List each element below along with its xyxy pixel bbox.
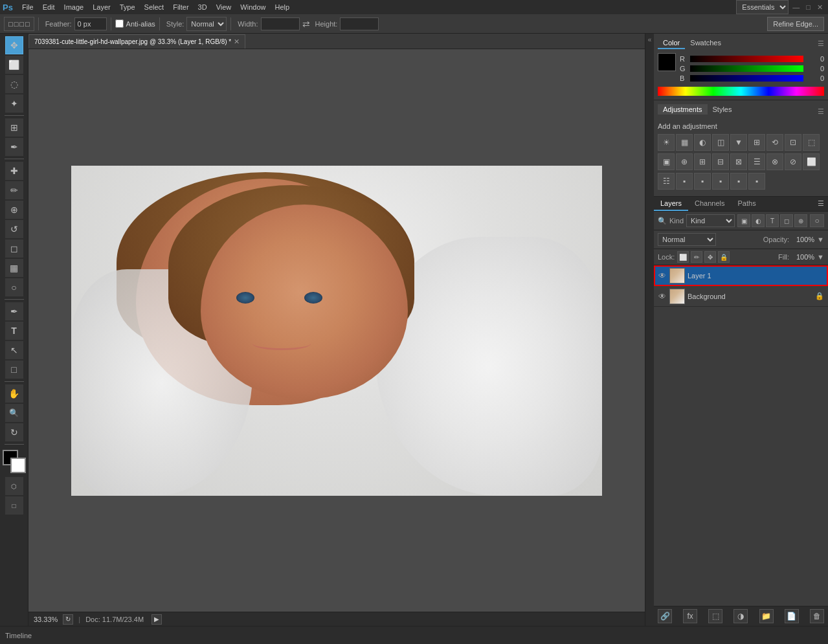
panel-expand-icon[interactable]: « bbox=[648, 36, 652, 43]
filter-adj-icon[interactable]: ◐ bbox=[752, 214, 765, 227]
color-spectrum[interactable] bbox=[658, 87, 824, 96]
history-brush-tool[interactable]: ↺ bbox=[5, 220, 23, 238]
menu-3d[interactable]: 3D bbox=[194, 2, 211, 12]
adj-vibrance[interactable]: ▼ bbox=[730, 134, 747, 151]
menu-filter[interactable]: Filter bbox=[169, 2, 192, 12]
adj-extra2[interactable]: ▪ bbox=[694, 173, 711, 190]
adj-solid-color[interactable]: ⊘ bbox=[785, 153, 801, 170]
adj-brightness[interactable]: ☀ bbox=[658, 134, 675, 151]
filter-smart-icon[interactable]: ⊕ bbox=[794, 214, 807, 227]
red-slider[interactable] bbox=[690, 56, 803, 62]
layer-item-background[interactable]: 👁 Background 🔒 bbox=[654, 286, 828, 307]
menu-help[interactable]: Help bbox=[271, 2, 293, 12]
gradient-tool[interactable]: ▦ bbox=[5, 259, 23, 277]
height-input[interactable] bbox=[340, 17, 379, 30]
tab-styles[interactable]: Styles bbox=[708, 104, 737, 115]
adj-posterize[interactable]: ⊟ bbox=[712, 153, 729, 170]
eraser-tool[interactable]: ◻ bbox=[5, 239, 23, 258]
blue-slider[interactable] bbox=[690, 75, 803, 82]
adj-channel-mixer[interactable]: ▣ bbox=[658, 153, 675, 170]
adj-curves[interactable]: ◐ bbox=[694, 134, 711, 151]
tab-layers[interactable]: Layers bbox=[654, 197, 688, 211]
feather-input[interactable] bbox=[74, 17, 107, 30]
color-swatch[interactable] bbox=[658, 53, 676, 71]
shape-tool[interactable]: □ bbox=[5, 361, 23, 379]
layers-panel-menu-btn[interactable]: ☰ bbox=[814, 197, 828, 211]
document-tab[interactable]: 7039381-cute-little-girl-hd-wallpaper.jp… bbox=[28, 34, 245, 49]
crop-tool[interactable]: ⊞ bbox=[5, 118, 23, 137]
tab-adjustments[interactable]: Adjustments bbox=[658, 104, 708, 115]
menu-edit[interactable]: Edit bbox=[39, 2, 59, 12]
tab-close-btn[interactable]: ✕ bbox=[234, 38, 240, 46]
fill-arrow[interactable]: ▼ bbox=[817, 253, 824, 261]
tab-channels[interactable]: Channels bbox=[688, 197, 731, 211]
background-color[interactable] bbox=[10, 458, 26, 473]
clone-tool[interactable]: ⊕ bbox=[5, 201, 23, 219]
status-refresh-btn[interactable]: ↻ bbox=[63, 614, 73, 625]
tab-color[interactable]: Color bbox=[658, 38, 685, 49]
menu-select[interactable]: Select bbox=[140, 2, 168, 12]
status-arrow-btn[interactable]: ▶ bbox=[151, 614, 162, 625]
swap-dimensions-icon[interactable]: ⇄ bbox=[302, 19, 310, 29]
layer-item-layer1[interactable]: 👁 Layer 1 bbox=[654, 265, 828, 286]
adj-extra4[interactable]: ▪ bbox=[730, 173, 747, 190]
quick-select-tool[interactable]: ✦ bbox=[5, 94, 23, 113]
rotate-view-tool[interactable]: ↻ bbox=[5, 423, 23, 441]
adj-photo-filter[interactable]: ⬚ bbox=[803, 134, 820, 151]
refine-edge-button[interactable]: Refine Edge... bbox=[767, 17, 824, 31]
adj-colorbal[interactable]: ⟲ bbox=[766, 134, 783, 151]
adj-exposure[interactable]: ◫ bbox=[712, 134, 729, 151]
tab-swatches[interactable]: Swatches bbox=[685, 38, 726, 49]
canvas-container[interactable] bbox=[28, 49, 645, 612]
adj-extra1[interactable]: ▪ bbox=[676, 173, 693, 190]
bg-visibility-toggle[interactable]: 👁 bbox=[658, 292, 667, 301]
opacity-value[interactable]: 100% bbox=[792, 236, 814, 243]
lock-transparent-btn[interactable]: ⬜ bbox=[677, 251, 689, 263]
lock-all-btn[interactable]: 🔒 bbox=[718, 251, 730, 263]
green-slider[interactable] bbox=[690, 65, 803, 72]
adj-panel-menu[interactable]: ☰ bbox=[818, 107, 824, 116]
adj-extra3[interactable]: ▪ bbox=[712, 173, 729, 190]
pen-tool[interactable]: ✒ bbox=[5, 302, 23, 320]
adj-bw[interactable]: ⊡ bbox=[785, 134, 801, 151]
quick-mask-btn[interactable]: ⬡ bbox=[5, 477, 23, 495]
menu-image[interactable]: Image bbox=[60, 2, 88, 12]
filter-pixel-icon[interactable]: ▣ bbox=[737, 214, 750, 227]
lasso-tool[interactable]: ◌ bbox=[5, 75, 23, 93]
marquee-tool[interactable]: ⬜ bbox=[5, 56, 23, 74]
new-group-btn[interactable]: 📁 bbox=[759, 609, 774, 623]
link-layers-btn[interactable]: 🔗 bbox=[658, 609, 672, 623]
workspace-select[interactable]: Essentials bbox=[736, 0, 789, 14]
adj-hsl[interactable]: ⊞ bbox=[748, 134, 765, 151]
adj-extra5[interactable]: ▪ bbox=[748, 173, 765, 190]
hand-tool[interactable]: ✋ bbox=[5, 384, 23, 403]
adj-pattern[interactable]: ⬜ bbox=[803, 153, 820, 170]
menu-view[interactable]: View bbox=[212, 2, 236, 12]
lock-position-btn[interactable]: ✥ bbox=[704, 251, 716, 263]
opacity-arrow[interactable]: ▼ bbox=[817, 236, 824, 243]
fill-value[interactable]: 100% bbox=[792, 253, 814, 261]
adj-gradient-fill[interactable]: ☷ bbox=[658, 173, 675, 190]
filter-toggle-btn[interactable]: ○ bbox=[810, 214, 824, 227]
heal-tool[interactable]: ✚ bbox=[5, 162, 23, 180]
layer-styles-btn[interactable]: fx bbox=[683, 609, 697, 623]
filter-shape-icon[interactable]: ◻ bbox=[780, 214, 793, 227]
tab-paths[interactable]: Paths bbox=[732, 197, 763, 211]
menu-file[interactable]: File bbox=[18, 2, 38, 12]
type-tool[interactable]: T bbox=[5, 322, 23, 340]
dodge-tool[interactable]: ○ bbox=[5, 278, 23, 296]
adj-color-lookup[interactable]: ⊕ bbox=[676, 153, 693, 170]
filter-type-icon[interactable]: T bbox=[766, 214, 779, 227]
adj-gradient-map[interactable]: ⊗ bbox=[766, 153, 783, 170]
minimize-btn[interactable]: — bbox=[790, 3, 802, 11]
blend-mode-select[interactable]: Normal bbox=[658, 233, 716, 246]
eyedropper-tool[interactable]: ✒ bbox=[5, 138, 23, 156]
new-fill-adj-btn[interactable]: ◑ bbox=[733, 609, 748, 623]
zoom-tool[interactable]: 🔍 bbox=[5, 404, 23, 422]
adj-threshold[interactable]: ⊠ bbox=[730, 153, 747, 170]
lock-pixels-btn[interactable]: ✏ bbox=[691, 251, 702, 263]
menu-type[interactable]: Type bbox=[116, 2, 139, 12]
color-panel-menu[interactable]: ☰ bbox=[818, 39, 824, 48]
anti-alias-checkbox[interactable] bbox=[115, 19, 124, 28]
close-btn[interactable]: ✕ bbox=[814, 3, 825, 12]
